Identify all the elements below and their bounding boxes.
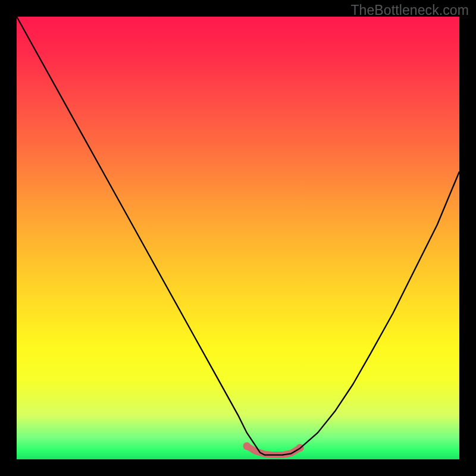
bottleneck-curve-svg xyxy=(17,17,459,459)
bottleneck-curve xyxy=(17,17,459,455)
chart-stage: TheBottleneck.com xyxy=(0,0,476,476)
marker-dot xyxy=(243,442,250,450)
plot-area xyxy=(17,17,459,459)
watermark-text: TheBottleneck.com xyxy=(350,2,469,18)
